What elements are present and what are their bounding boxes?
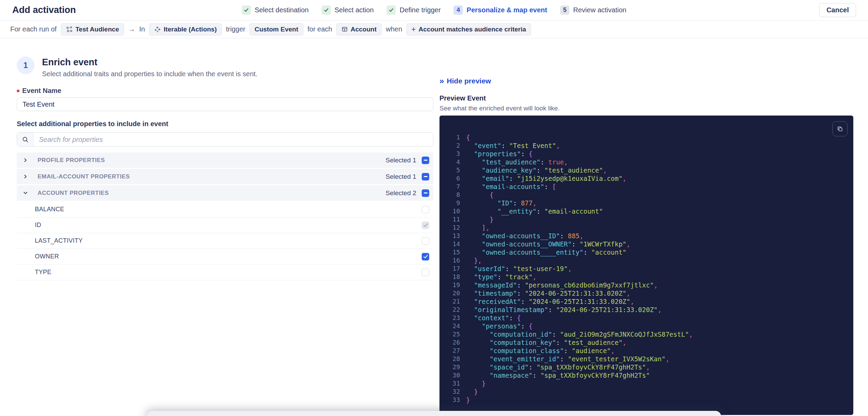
property-checkbox[interactable]	[422, 253, 429, 260]
step-5[interactable]: 5Review activation	[560, 5, 626, 15]
main-content: 1 Enrich event Select additional traits …	[0, 38, 868, 416]
table-icon	[341, 26, 348, 32]
property-label: ID	[35, 222, 41, 229]
context-text: In	[139, 25, 145, 33]
context-bar: For each run ofTest Audience→InIterable …	[0, 21, 868, 38]
line-number: 24	[444, 322, 460, 330]
line-content: "email-accounts": [	[466, 183, 556, 191]
line-number: 11	[444, 215, 460, 224]
line-content: }	[466, 396, 470, 404]
property-checkbox[interactable]	[422, 269, 429, 276]
hide-preview-link[interactable]: » Hide preview	[439, 77, 491, 85]
copy-icon	[837, 125, 843, 132]
property-label: TYPE	[35, 269, 51, 276]
check-icon	[242, 5, 251, 15]
group-header-account-properties[interactable]: ACCOUNT PROPERTIESSelected 2	[17, 185, 433, 201]
preview-title: Preview Event	[439, 94, 853, 102]
code-line: 31 }	[444, 379, 846, 388]
line-number: 19	[444, 281, 460, 289]
preview-panel: » Hide preview Preview Event See what th…	[439, 38, 853, 415]
search-input[interactable]	[33, 133, 433, 146]
code-line: 33}	[444, 396, 846, 404]
bottom-sheet-edge	[147, 411, 721, 416]
code-line: 11 }	[444, 215, 846, 224]
line-number: 13	[444, 232, 460, 240]
line-content: "computation_class": "audience",	[466, 347, 615, 355]
line-content: "owned-accounts__ID": 885,	[466, 232, 583, 240]
line-content: "originalTimestamp": "2024-06-25T21:31:3…	[466, 306, 662, 314]
property-checkbox[interactable]	[422, 237, 429, 245]
code-line: 15 "owned-accounts____entity": "account"	[444, 248, 846, 256]
chip-label: Account	[351, 26, 377, 33]
step-header: 1 Enrich event Select additional traits …	[17, 56, 433, 78]
line-content: {	[466, 133, 470, 142]
line-content: "space_id": "spa_tXXbfoyvCkY8rF47ghH2Ts"…	[466, 363, 650, 371]
context-text: →	[128, 25, 135, 33]
line-number: 7	[444, 183, 460, 191]
line-number: 8	[444, 191, 460, 199]
required-dot-icon	[17, 90, 19, 92]
step-label: Personalize & map event	[467, 6, 547, 14]
group-checkbox[interactable]	[422, 189, 429, 197]
step-2[interactable]: Select action	[322, 5, 374, 15]
selected-count: Selected 1	[385, 173, 416, 180]
selected-count: Selected 2	[385, 189, 416, 197]
context-chip-account-matches-audience-criteria[interactable]: +Account matches audience criteria	[406, 23, 531, 36]
properties-section-label: Select additional properties to include …	[17, 120, 433, 128]
property-row-id[interactable]: ID	[17, 217, 433, 233]
line-content: "audience_key": "test_audience",	[466, 166, 607, 174]
line-number: 9	[444, 199, 460, 207]
step-4[interactable]: 4Personalize & map event	[454, 5, 547, 15]
property-checkbox[interactable]	[422, 222, 429, 229]
chip-label: Test Audience	[76, 26, 119, 33]
context-chip-account[interactable]: Account	[336, 23, 382, 36]
audience-icon	[66, 26, 73, 33]
line-content: "userId": "test-user-19",	[466, 265, 572, 273]
check-icon	[387, 5, 396, 15]
step-1[interactable]: Select destination	[242, 5, 309, 15]
code-line: 24 "personas": {	[444, 322, 846, 330]
line-content: ],	[466, 224, 490, 232]
chip-label: Iterable (Actions)	[164, 26, 217, 33]
code-line: 1{	[444, 133, 846, 142]
line-content: "context": {	[466, 314, 521, 322]
line-number: 22	[444, 306, 460, 314]
group-label: EMAIL-ACCOUNT PROPERTIES	[38, 173, 130, 180]
cancel-button[interactable]: Cancel	[819, 3, 856, 17]
context-text: for each	[308, 25, 332, 33]
context-chip-iterable-actions-[interactable]: Iterable (Actions)	[149, 23, 222, 36]
property-row-type[interactable]: TYPE	[17, 265, 433, 280]
property-checkbox[interactable]	[422, 206, 429, 213]
chevron-right-icon	[23, 158, 32, 162]
group-checkbox[interactable]	[422, 157, 429, 164]
line-number: 25	[444, 330, 460, 338]
context-chip-test-audience[interactable]: Test Audience	[61, 23, 124, 36]
group-checkbox[interactable]	[422, 173, 429, 180]
line-content: "email": "j15i2ysedp@k1euxaIVia.com",	[466, 174, 626, 183]
property-row-balance[interactable]: BALANCE	[17, 202, 433, 217]
group-header-email-account-properties[interactable]: EMAIL-ACCOUNT PROPERTIESSelected 1	[17, 169, 433, 184]
chevron-down-icon	[23, 191, 32, 195]
line-content: "computation_key": "test_audience",	[466, 338, 626, 347]
group-header-profile-properties[interactable]: PROFILE PROPERTIESSelected 1	[17, 152, 433, 168]
group-label: ACCOUNT PROPERTIES	[38, 190, 109, 197]
copy-button[interactable]	[832, 121, 847, 136]
selected-count: Selected 1	[385, 157, 416, 164]
group-header-right: Selected 1	[385, 157, 429, 164]
step-label: Define trigger	[400, 6, 441, 14]
property-search	[17, 132, 433, 147]
event-name-input[interactable]	[17, 97, 433, 111]
line-number: 1	[444, 133, 460, 142]
code-line: 21 "receivedAt": "2024-06-25T21:31:33.02…	[444, 297, 846, 306]
line-number: 3	[444, 150, 460, 158]
step-3[interactable]: Define trigger	[387, 5, 441, 15]
line-content: }	[466, 215, 493, 224]
property-row-owner[interactable]: OWNER	[17, 249, 433, 265]
chip-label: Custom Event	[255, 26, 298, 33]
code-line: 9 "ID": 877,	[444, 199, 846, 207]
context-chip-custom-event[interactable]: Custom Event	[249, 23, 303, 36]
line-number: 31	[444, 379, 460, 388]
property-row-last_activity[interactable]: LAST_ACTIVITY	[17, 233, 433, 249]
json-preview-panel: 1{2 "event": "Test Event",3 "properties"…	[439, 116, 853, 415]
code-line: 17 "userId": "test-user-19",	[444, 265, 846, 273]
